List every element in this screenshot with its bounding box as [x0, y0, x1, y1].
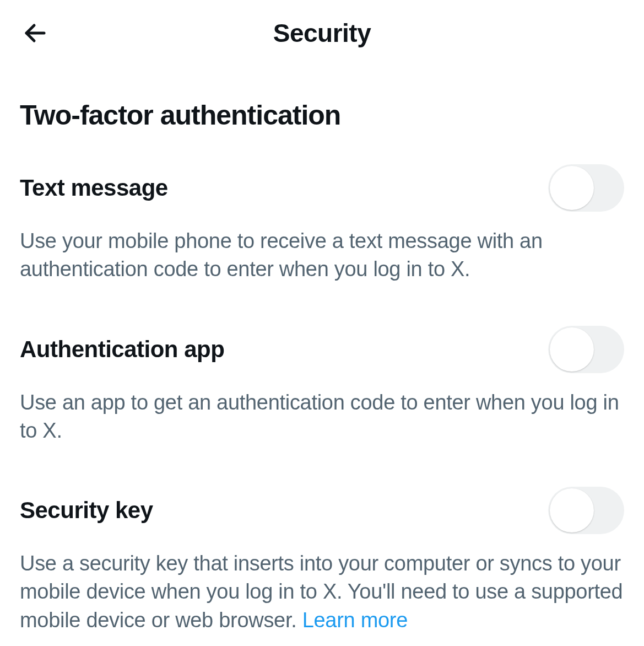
toggle-security-key[interactable]	[548, 487, 624, 534]
setting-authentication-app: Authentication app Use an app to get an …	[20, 326, 624, 445]
setting-label-security-key: Security key	[20, 497, 153, 524]
toggle-text-message[interactable]	[548, 164, 624, 212]
setting-description-security-key: Use a security key that inserts into you…	[20, 550, 624, 634]
content: Two-factor authentication Text message U…	[0, 99, 644, 634]
page-title: Security	[273, 18, 371, 48]
section-title: Two-factor authentication	[20, 99, 624, 131]
setting-row: Security key	[20, 487, 624, 534]
arrow-left-icon	[22, 20, 48, 46]
setting-label-text-message: Text message	[20, 175, 168, 201]
setting-security-key: Security key Use a security key that ins…	[20, 487, 624, 634]
learn-more-link[interactable]: Learn more	[302, 609, 408, 632]
toggle-knob	[550, 488, 594, 532]
setting-description-text-message: Use your mobile phone to receive a text …	[20, 227, 624, 284]
back-button[interactable]	[20, 18, 51, 49]
header: Security	[0, 0, 644, 66]
toggle-authentication-app[interactable]	[548, 326, 624, 373]
toggle-knob	[550, 327, 594, 372]
setting-label-authentication-app: Authentication app	[20, 336, 224, 363]
toggle-knob	[550, 166, 594, 210]
setting-description-authentication-app: Use an app to get an authentication code…	[20, 389, 624, 445]
setting-text-message: Text message Use your mobile phone to re…	[20, 164, 624, 284]
setting-row: Text message	[20, 164, 624, 212]
setting-row: Authentication app	[20, 326, 624, 373]
